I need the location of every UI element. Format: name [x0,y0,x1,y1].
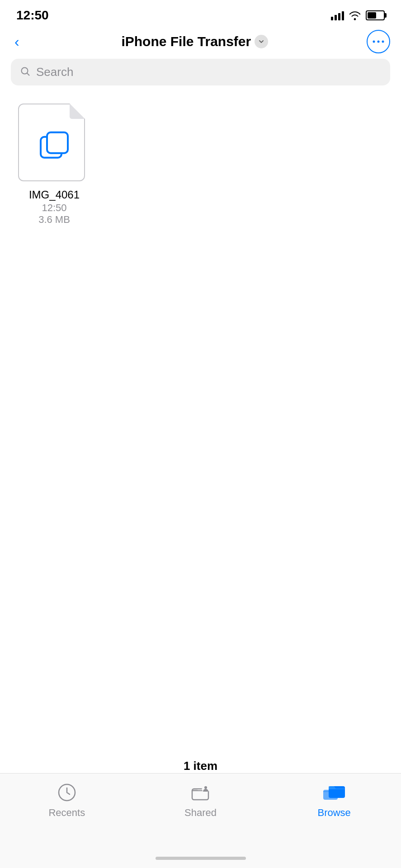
search-placeholder: Search [36,65,73,79]
more-options-button[interactable] [367,30,390,53]
shared-icon [189,781,212,804]
tab-browse-label: Browse [317,807,350,819]
file-page-fold [70,104,85,119]
search-icon [20,66,31,79]
nav-bar: ‹ iPhone File Transfer [0,27,401,59]
file-type-icon [38,129,71,163]
wifi-icon [349,10,361,20]
content-area: IMG_4061 12:50 3.6 MB [0,96,401,233]
file-timestamp: 12:50 [42,202,66,214]
tab-bar: Recents Shared [0,773,401,868]
status-time: 12:50 [16,8,49,23]
svg-point-2 [382,41,384,43]
svg-point-1 [377,41,380,43]
home-indicator [156,857,246,860]
status-icons [331,10,385,20]
recents-icon [55,781,79,804]
svg-rect-5 [47,132,68,153]
tab-recents[interactable]: Recents [0,781,133,819]
search-bar-container: Search [0,59,401,96]
item-count: 1 item [184,759,217,773]
item-count-area: 1 item [0,759,401,773]
file-name: IMG_4061 [29,189,80,201]
tab-shared-label: Shared [184,807,217,819]
file-size: 3.6 MB [38,214,70,226]
back-button[interactable]: ‹ [11,32,23,52]
tab-shared[interactable]: Shared [134,781,267,819]
file-icon [18,104,90,185]
battery-icon [366,10,385,20]
browse-icon [322,781,346,804]
search-bar[interactable]: Search [11,59,390,85]
svg-point-9 [204,786,207,789]
status-bar: 12:50 [0,0,401,27]
file-item[interactable]: IMG_4061 12:50 3.6 MB [18,104,90,226]
nav-title-area[interactable]: iPhone File Transfer [121,34,268,49]
signal-icon [331,10,344,20]
nav-title: iPhone File Transfer [121,34,251,49]
tab-browse[interactable]: Browse [268,781,401,819]
chevron-down-icon[interactable] [255,35,268,48]
tab-recents-label: Recents [48,807,85,819]
svg-point-0 [373,41,375,43]
